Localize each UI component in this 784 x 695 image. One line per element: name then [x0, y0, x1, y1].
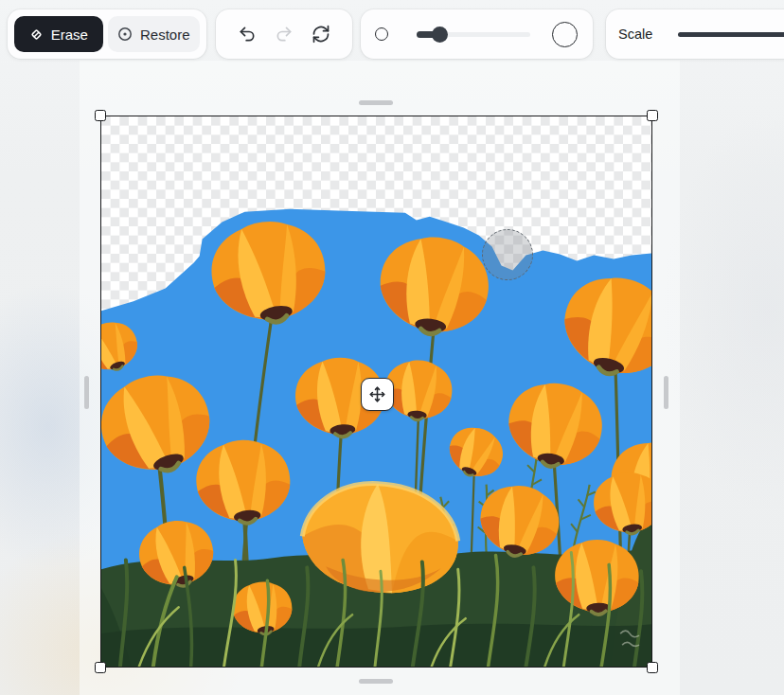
- tool-switch-group: Erase Restore: [8, 9, 206, 59]
- reset-button[interactable]: [311, 24, 331, 45]
- redo-button[interactable]: [274, 24, 294, 45]
- resize-handle-top-right[interactable]: [647, 110, 658, 121]
- history-group: [216, 9, 352, 59]
- small-circle-icon: [375, 27, 388, 41]
- scale-label: Scale: [618, 27, 652, 42]
- move-handle[interactable]: [361, 378, 394, 411]
- resize-pill-left[interactable]: [84, 376, 89, 409]
- resize-pill-right[interactable]: [664, 376, 668, 409]
- restore-button-label: Restore: [140, 27, 190, 43]
- background-tint-right: [663, 114, 784, 511]
- brush-slider-thumb[interactable]: [432, 27, 448, 43]
- resize-handle-bottom-left[interactable]: [95, 662, 106, 673]
- brush-size-slider[interactable]: [417, 32, 530, 37]
- scale-group: Scale: [606, 9, 784, 59]
- resize-pill-top[interactable]: [359, 100, 393, 105]
- large-circle-icon: [552, 22, 578, 47]
- eraser-editor-app: { "toolbar": { "erase_label": "Erase", "…: [0, 0, 784, 695]
- resize-handle-top-left[interactable]: [95, 110, 106, 121]
- undo-arrow-icon: [238, 25, 257, 44]
- resize-handle-bottom-right[interactable]: [647, 662, 658, 673]
- undo-button[interactable]: [237, 24, 258, 45]
- eraser-icon: [29, 27, 44, 42]
- restore-button[interactable]: Restore: [108, 16, 200, 52]
- resize-pill-bottom[interactable]: [359, 679, 393, 684]
- scale-slider[interactable]: [678, 32, 784, 37]
- redo-arrow-icon: [275, 25, 294, 44]
- restore-target-icon: [117, 27, 133, 42]
- erase-button[interactable]: Erase: [14, 16, 103, 52]
- erase-button-label: Erase: [51, 27, 88, 43]
- brush-size-group: [361, 9, 593, 59]
- move-arrows-icon: [368, 385, 386, 403]
- brush-cursor: [482, 229, 533, 280]
- reset-refresh-icon: [312, 25, 330, 44]
